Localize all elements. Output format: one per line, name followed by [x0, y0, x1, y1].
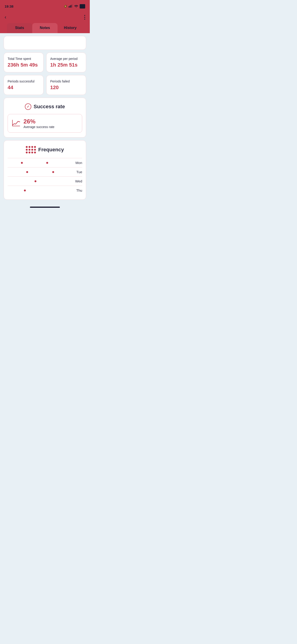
freq-row-mon: Mon: [8, 158, 82, 167]
chart-icon: [12, 120, 20, 127]
stats-row-1: Total Time spent 236h 5m 49s Average per…: [4, 52, 86, 72]
periods-successful-label: Periods successful: [8, 80, 40, 83]
tab-bar: Stats Notes History: [4, 23, 85, 33]
total-time-card: Total Time spent 236h 5m 49s: [4, 52, 44, 72]
freq-dot: [21, 162, 23, 164]
freq-row-thu: Thu: [8, 186, 82, 195]
wifi-icon: [74, 4, 78, 8]
freq-dot: [34, 180, 36, 182]
check-circle-icon: ✓: [25, 104, 31, 110]
stats-row-2: Periods successful 44 Periods failed 120: [4, 75, 86, 95]
tab-notes[interactable]: Notes: [32, 23, 58, 33]
svg-rect-2: [71, 5, 71, 8]
rate-description: Average success rate: [24, 125, 54, 129]
periods-successful-value: 44: [8, 84, 40, 90]
freq-dot: [52, 171, 54, 173]
freq-row-tue: Tue: [8, 167, 82, 176]
freq-day-thu: Thu: [76, 188, 82, 192]
freq-dot: [26, 171, 28, 173]
main-content: Total Time spent 236h 5m 49s Average per…: [0, 33, 90, 204]
dot2: [84, 17, 85, 18]
freq-dot: [46, 162, 48, 164]
rate-info: 26% Average success rate: [24, 118, 54, 129]
more-options-button[interactable]: [84, 15, 85, 20]
freq-dot: [24, 190, 26, 192]
freq-day-wed: Wed: [75, 179, 82, 183]
tab-history[interactable]: History: [58, 23, 83, 33]
svg-rect-1: [70, 6, 70, 8]
total-time-value: 236h 5m 49s: [8, 62, 40, 68]
top-partial-card: [4, 36, 86, 50]
rate-percent: 26%: [24, 118, 54, 125]
status-bar: 19:38 🔕 36: [0, 0, 90, 12]
header-nav: ‹: [4, 13, 85, 23]
success-rate-inner: 26% Average success rate: [8, 114, 82, 133]
avg-per-period-value: 1h 25m 51s: [50, 62, 82, 68]
battery-icon: 36: [80, 4, 85, 8]
svg-rect-3: [72, 4, 72, 8]
status-icons: 🔕 36: [64, 4, 85, 8]
frequency-card: Frequency Mon Tue Wed Thu: [4, 140, 86, 200]
avg-per-period-card: Average per period 1h 25m 51s: [46, 52, 86, 72]
svg-rect-0: [68, 6, 69, 8]
home-bar: [30, 206, 60, 208]
status-time: 19:38: [4, 4, 13, 8]
success-rate-title: ✓ Success rate: [8, 104, 82, 110]
back-button[interactable]: ‹: [4, 14, 6, 20]
home-indicator: [0, 204, 90, 209]
freq-row-wed: Wed: [8, 176, 82, 186]
tab-stats[interactable]: Stats: [7, 23, 32, 33]
total-time-label: Total Time spent: [8, 57, 40, 60]
success-rate-card: ✓ Success rate 26% Average success rate: [4, 98, 86, 138]
signal-icon: [68, 4, 73, 8]
periods-successful-card: Periods successful 44: [4, 75, 44, 95]
avg-per-period-label: Average per period: [50, 57, 82, 60]
periods-failed-card: Periods failed 120: [46, 75, 86, 95]
notification-mute-icon: 🔕: [64, 4, 67, 8]
freq-day-mon: Mon: [76, 161, 82, 165]
header: ‹ Stats Notes History: [0, 12, 90, 33]
periods-failed-value: 120: [50, 84, 82, 90]
dot1: [84, 15, 85, 16]
dot3: [84, 19, 85, 20]
periods-failed-label: Periods failed: [50, 80, 82, 83]
grid-dots-icon: [26, 146, 36, 154]
frequency-title: Frequency: [8, 146, 82, 154]
freq-day-tue: Tue: [76, 170, 82, 174]
